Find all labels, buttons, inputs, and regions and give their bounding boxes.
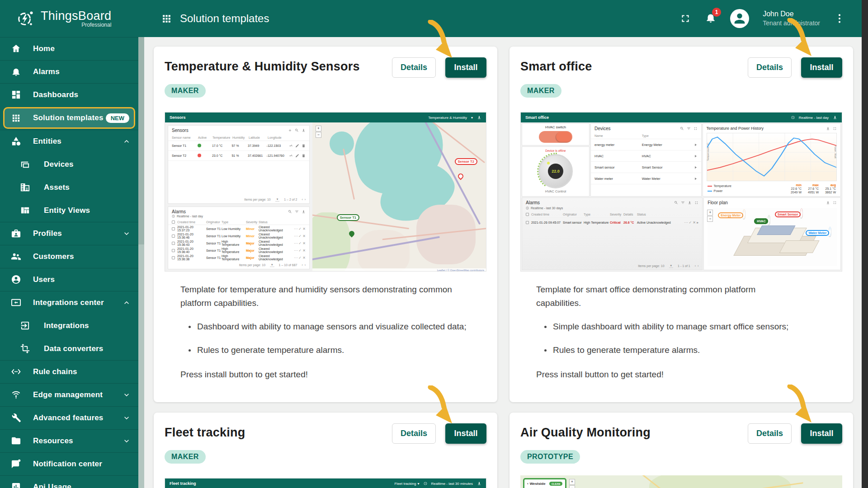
sidebar-item-users[interactable]: Users [0,268,138,291]
zoom-out-button: − [316,132,321,138]
thingsboard-app: ThingsBoard Professional Home Alarms Das… [0,0,868,488]
sidebar-item-integrations-center[interactable]: Integrations center [0,291,138,314]
temperature-series [707,139,836,170]
preview-titlebar: Sensors Temperature & Humidity▾ [165,113,486,122]
preview-titlebar: Smart office Realtime - last day [521,113,842,122]
open-icon [693,143,698,147]
card-description: Template for smart office demonstrating … [536,283,796,310]
sidebar-item-alarms[interactable]: Alarms [0,60,138,83]
clock-icon [791,116,795,119]
install-button[interactable]: Install [801,57,842,78]
users-icon [11,274,21,285]
bell-icon [11,66,21,77]
device-row: energy meterEnergy Meter [591,139,701,150]
download-icon [833,115,837,120]
download-icon [826,201,830,205]
thingsboard-logo-icon [15,8,36,29]
install-button[interactable]: Install [445,57,486,78]
sensor-row: Sensor T223.0 °C51 %37.402661-121.940760 [168,151,309,161]
brand-logo[interactable]: ThingsBoard Professional [0,0,138,37]
edit-icon [295,144,299,148]
preview-area-panel: ‹WestsideCLEAN 281079 [523,478,566,488]
clock-icon [424,482,427,485]
notifications-button[interactable]: 1 [705,12,717,25]
user-role: Tenant administrator [763,19,820,28]
sidebar-item-rule-chains[interactable]: Rule chains [0,360,138,383]
resources-icon [11,436,21,446]
sidebar-item-customers[interactable]: Customers [0,245,138,268]
preview-hvac-switch: HVAC switch [522,123,590,145]
edge-management-icon [11,389,21,400]
map-pin-label: Sensor T1 [337,214,359,221]
fullscreen-icon[interactable] [679,13,691,24]
sidebar-scrollbar[interactable] [138,37,144,488]
sidebar-item-entities[interactable]: Entities [0,130,138,153]
details-button[interactable]: Details [748,57,792,78]
alarm-row: 2021-01-20 15:37:23Sensor T1Low Humidity… [168,225,309,232]
apps-grid-icon [11,113,21,123]
delete-icon [302,144,306,148]
template-card-temperature-humidity: Temperature & Humidity Sensors Details I… [154,47,497,402]
install-button[interactable]: Install [801,423,842,444]
details-button[interactable]: Details [392,423,436,444]
chevron-down-icon [122,229,131,238]
sidebar: ThingsBoard Professional Home Alarms Das… [0,0,138,488]
chevron-up-icon [122,298,131,307]
preview-history-chart: Temperature and Power History Temperatur… [703,123,841,197]
sidebar-item-notification-center[interactable]: Notification center [0,452,138,475]
sidebar-item-integrations[interactable]: Integrations [0,314,138,337]
template-preview-image: Sensors Temperature & Humidity▾ Sensors [165,112,486,272]
sidebar-item-data-converters[interactable]: Data converters [0,337,138,360]
preview-hvac-knob: Device is offline 22.0 HVAC Control [522,146,590,197]
preview-sensors-table: Sensors Sensor nameActiveTemperatureHumi… [168,125,310,204]
avatar[interactable] [730,9,749,28]
sidebar-item-devices[interactable]: Devices [0,153,138,176]
sidebar-item-advanced-features[interactable]: Advanced features [0,406,138,429]
sidebar-item-assets[interactable]: Assets [0,176,138,199]
list-item: Dashboard with ability to manage sensors… [189,320,486,333]
preview-devices-table: Devices NameType energy meterEnergy Mete… [590,123,702,197]
filter-icon [295,210,299,214]
device-row: Water meterWater Meter [591,173,701,184]
sidebar-item-entity-views[interactable]: Entity Views [0,199,138,222]
sparkline-icon [289,154,293,158]
install-button[interactable]: Install [445,423,486,444]
details-button[interactable]: Details [392,57,436,78]
devices-icon [20,159,30,169]
more-menu-icon[interactable] [834,13,845,24]
open-icon [693,165,698,169]
sidebar-item-profiles[interactable]: Profiles [0,222,138,245]
sidebar-item-home[interactable]: Home [0,37,138,60]
hvac-toggle [539,131,572,143]
floor-pin-water-meter: Water Meter [806,228,831,236]
filter-icon [681,201,685,205]
preview-alarms-table: Alarms Realtime - last day Created timeO… [168,206,310,269]
sidebar-item-api-usage[interactable]: Api Usage [0,475,138,488]
sidebar-item-resources[interactable]: Resources [0,429,138,452]
preview-map: +− Sensor T2 Sensor T1 Leaflet | © OpenS… [312,122,486,272]
main-content: Temperature & Humidity Sensors Details I… [144,37,862,488]
sidebar-item-solution-templates[interactable]: Solution templatesNEW [3,107,135,129]
sparkline-icon [289,144,293,148]
clock-icon [526,206,529,210]
sidebar-scrollbar-thumb[interactable] [138,37,144,244]
sidebar-item-edge-management[interactable]: Edge management [0,383,138,406]
map-zoom-controls: +− [316,126,321,138]
details-button[interactable]: Details [748,423,792,444]
page-scrollbar[interactable] [862,0,868,488]
sidebar-item-dashboards[interactable]: Dashboards [0,83,138,106]
list-item: Simple dashboard with ability to manage … [544,320,842,333]
alarm-row: 2021-01-20 15:36:38Sensor T1High Tempera… [168,254,309,261]
search-icon [680,127,684,131]
card-title: Air Quality Monitoring [520,426,651,440]
line-chart [707,133,836,181]
alarm-row: 2021-01-20 15:36:40Sensor T1High Tempera… [168,247,309,254]
brand-edition: Professional [41,22,111,28]
integrations-icon [20,320,30,331]
map-zoom-controls: +− [707,210,713,222]
search-icon [288,210,292,214]
template-preview-image: Smart office Realtime - last day HVAC sw… [520,112,842,272]
alarm-row: 2021-01-20 15:36:43Sensor T1High Tempera… [168,239,309,247]
list-item: Rules to generate temperature alarms. [189,343,486,357]
floor-pin-hvac: HVAC [754,216,770,224]
